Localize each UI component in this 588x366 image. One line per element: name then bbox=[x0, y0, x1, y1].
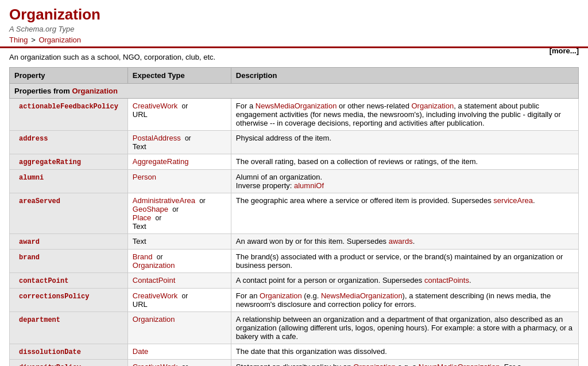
table-row: actionableFeedbackPolicy CreativeWork or… bbox=[10, 99, 579, 131]
desc-link-org4[interactable]: Organization bbox=[353, 363, 396, 366]
desc-cell: Statement on diversity policy by an Orga… bbox=[231, 360, 578, 366]
table-row: alumni Person Alumni of an organization.… bbox=[10, 170, 579, 193]
property-name-cell: contactPoint bbox=[10, 273, 128, 289]
type-link-brand[interactable]: Brand bbox=[133, 252, 153, 261]
page-title: Organization bbox=[9, 6, 579, 24]
type-url: URL bbox=[133, 300, 148, 309]
property-name[interactable]: address bbox=[14, 133, 52, 145]
table-header-row: Property Expected Type Description bbox=[10, 68, 579, 84]
desc-cell: An award won by or for this item. Supers… bbox=[231, 234, 578, 250]
type-link-contactpoint[interactable]: ContactPoint bbox=[133, 276, 175, 285]
desc-cell: Alumni of an organization. Inverse prope… bbox=[231, 170, 578, 193]
property-name[interactable]: contactPoint bbox=[14, 275, 73, 287]
section-org-link[interactable]: Organization bbox=[72, 87, 117, 95]
more-link[interactable]: [more...] bbox=[550, 46, 579, 55]
desc-cell: A contact point for a person or organiza… bbox=[231, 273, 578, 289]
section-header-row: Properties from Organization bbox=[10, 84, 579, 99]
type-link-adminarea[interactable]: AdministrativeArea bbox=[133, 196, 195, 205]
desc-cell: Physical address of the item. bbox=[231, 131, 578, 154]
desc-link-newsmediaorg[interactable]: NewsMediaOrganization bbox=[256, 102, 337, 110]
breadcrumb-current[interactable]: Organization bbox=[38, 36, 81, 44]
property-name[interactable]: department bbox=[14, 314, 65, 326]
page-header: Organization A Schema.org Type Thing > O… bbox=[0, 0, 588, 48]
type-text: Text bbox=[133, 237, 146, 246]
breadcrumb-parent[interactable]: Thing bbox=[9, 36, 28, 44]
type-cell: Organization bbox=[127, 312, 231, 344]
type-url: URL bbox=[133, 110, 148, 119]
type-link-person[interactable]: Person bbox=[133, 173, 156, 181]
table-row: correctionsPolicy CreativeWork or URL Fo… bbox=[10, 289, 579, 312]
type-link-aggregaterating[interactable]: AggregateRating bbox=[133, 157, 189, 166]
table-row: address PostalAddress or Text Physical a… bbox=[10, 131, 579, 154]
type-text: Text bbox=[133, 222, 146, 231]
desc-link-alumniof[interactable]: alumniOf bbox=[294, 181, 324, 190]
property-name[interactable]: brand bbox=[14, 251, 44, 264]
type-cell: CreativeWork or URL bbox=[127, 360, 231, 366]
desc-link-contactpoints[interactable]: contactPoints bbox=[424, 276, 469, 285]
property-name[interactable]: dissolutionDate bbox=[14, 346, 86, 359]
property-name-cell: correctionsPolicy bbox=[10, 289, 128, 312]
desc-link-awards[interactable]: awards bbox=[389, 237, 413, 246]
type-link-postaladdress[interactable]: PostalAddress bbox=[133, 134, 181, 142]
property-name-cell: diversityPolicy bbox=[10, 360, 128, 366]
type-cell: CreativeWork or URL bbox=[127, 99, 231, 131]
property-name-cell: department bbox=[10, 312, 128, 344]
type-link-organization[interactable]: Organization bbox=[133, 261, 175, 270]
type-cell: AggregateRating bbox=[127, 154, 231, 170]
property-name-cell: areaServed bbox=[10, 193, 128, 234]
property-name-cell: aggregateRating bbox=[10, 154, 128, 170]
type-link-geoshape[interactable]: GeoShape bbox=[133, 205, 168, 213]
type-cell: Date bbox=[127, 344, 231, 360]
type-cell: CreativeWork or URL bbox=[127, 289, 231, 312]
type-link-creativework[interactable]: CreativeWork bbox=[133, 102, 178, 110]
property-name[interactable]: alumni bbox=[14, 172, 48, 184]
type-cell: Brand or Organization bbox=[127, 250, 231, 273]
section-header-cell: Properties from Organization bbox=[10, 84, 579, 99]
desc-cell: A relationship between an organization a… bbox=[231, 312, 578, 344]
property-name-cell: dissolutionDate bbox=[10, 344, 128, 360]
type-text: Text bbox=[133, 142, 146, 151]
property-name-cell: brand bbox=[10, 250, 128, 273]
col-property: Property bbox=[10, 68, 128, 84]
table-row: areaServed AdministrativeArea or GeoShap… bbox=[10, 193, 579, 234]
type-link-org3[interactable]: Organization bbox=[133, 315, 175, 324]
type-link-creativework2[interactable]: CreativeWork bbox=[133, 291, 178, 300]
type-link-date[interactable]: Date bbox=[133, 347, 148, 356]
desc-link-org[interactable]: Organization bbox=[412, 102, 454, 110]
property-name[interactable]: diversityPolicy bbox=[14, 361, 86, 366]
type-cell: ContactPoint bbox=[127, 273, 231, 289]
table-row: aggregateRating AggregateRating The over… bbox=[10, 154, 579, 170]
table-row: contactPoint ContactPoint A contact poin… bbox=[10, 273, 579, 289]
col-description: Description bbox=[231, 68, 578, 84]
type-cell: Text bbox=[127, 234, 231, 250]
properties-table: Property Expected Type Description Prope… bbox=[9, 67, 579, 366]
property-name-cell: award bbox=[10, 234, 128, 250]
desc-link-newsmediaorg3[interactable]: NewsMediaOrganization bbox=[419, 363, 500, 366]
desc-cell: For an Organization (e.g. NewsMediaOrgan… bbox=[231, 289, 578, 312]
type-link-place[interactable]: Place bbox=[133, 213, 152, 222]
desc-cell: The overall rating, based on a collectio… bbox=[231, 154, 578, 170]
table-row: dissolutionDate Date The date that this … bbox=[10, 344, 579, 360]
desc-cell: For a NewsMediaOrganization or other new… bbox=[231, 99, 578, 131]
table-row: diversityPolicy CreativeWork or URL Stat… bbox=[10, 360, 579, 366]
desc-link-newsmediaorg2[interactable]: NewsMediaOrganization bbox=[321, 291, 403, 300]
breadcrumb: Thing > Organization bbox=[9, 36, 579, 44]
desc-cell: The geographic area where a service or o… bbox=[231, 193, 578, 234]
col-expected-type: Expected Type bbox=[127, 68, 231, 84]
property-name[interactable]: aggregateRating bbox=[14, 156, 86, 169]
type-link-creativework3[interactable]: CreativeWork bbox=[133, 363, 178, 366]
table-row: award Text An award won by or for this i… bbox=[10, 234, 579, 250]
type-cell: Person bbox=[127, 170, 231, 193]
property-name[interactable]: areaServed bbox=[14, 195, 65, 208]
property-name[interactable]: actionableFeedbackPolicy bbox=[14, 100, 123, 113]
property-name[interactable]: correctionsPolicy bbox=[14, 290, 94, 303]
type-cell: AdministrativeArea or GeoShape or Place … bbox=[127, 193, 231, 234]
desc-cell: The brand(s) associated with a product o… bbox=[231, 250, 578, 273]
property-name[interactable]: award bbox=[14, 236, 44, 248]
desc-link-org2[interactable]: Organization bbox=[260, 291, 302, 300]
property-name-cell: address bbox=[10, 131, 128, 154]
breadcrumb-separator: > bbox=[31, 36, 36, 44]
table-row: brand Brand or Organization The brand(s)… bbox=[10, 250, 579, 273]
property-name-cell: actionableFeedbackPolicy bbox=[10, 99, 128, 131]
desc-link-servicearea[interactable]: serviceArea bbox=[493, 196, 533, 205]
